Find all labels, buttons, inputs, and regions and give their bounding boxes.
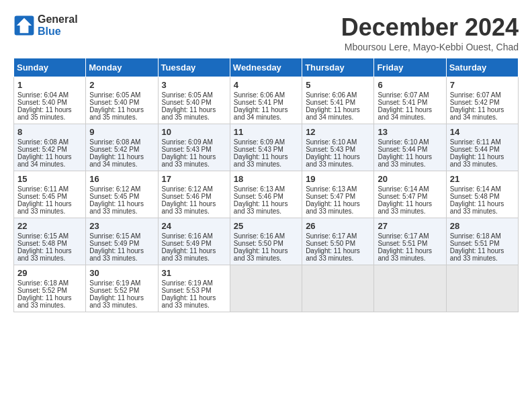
sunrise-label: Sunrise: 6:17 AM [306,232,357,240]
calendar-cell: 5 Sunrise: 6:06 AM Sunset: 5:41 PM Dayli… [302,77,374,124]
daylight-label: Daylight: 11 hours and 33 minutes. [378,200,432,215]
day-number: 31 [162,268,226,278]
day-number: 17 [162,174,226,184]
sunset-label: Sunset: 5:40 PM [17,99,67,106]
sunrise-label: Sunrise: 6:10 AM [306,138,357,146]
day-number: 19 [306,174,370,184]
month-title: December 2024 [341,13,519,42]
calendar-cell: 27 Sunrise: 6:17 AM Sunset: 5:51 PM Dayl… [374,218,446,265]
calendar-cell: 18 Sunrise: 6:13 AM Sunset: 5:46 PM Dayl… [230,171,302,218]
calendar-week-row: 29 Sunrise: 6:18 AM Sunset: 5:52 PM Dayl… [14,265,519,312]
sunset-label: Sunset: 5:52 PM [17,287,67,294]
calendar-cell: 4 Sunrise: 6:06 AM Sunset: 5:41 PM Dayli… [230,77,302,124]
calendar-cell: 28 Sunrise: 6:18 AM Sunset: 5:51 PM Dayl… [446,218,518,265]
sunrise-label: Sunrise: 6:18 AM [17,279,69,287]
daylight-label: Daylight: 11 hours and 33 minutes. [306,247,360,262]
sunrise-label: Sunrise: 6:05 AM [162,91,213,99]
day-number: 24 [162,221,226,231]
day-number: 12 [306,127,370,137]
day-number: 25 [234,221,298,231]
sunrise-label: Sunrise: 6:08 AM [89,138,140,146]
sunrise-label: Sunrise: 6:12 AM [162,185,213,193]
day-number: 27 [378,221,442,231]
calendar-cell: 25 Sunrise: 6:16 AM Sunset: 5:50 PM Dayl… [230,218,302,265]
day-number: 29 [17,268,82,278]
daylight-label: Daylight: 11 hours and 33 minutes. [234,200,288,215]
sunset-label: Sunset: 5:42 PM [450,99,500,106]
day-number: 10 [162,127,226,137]
day-number: 18 [234,174,298,184]
sunset-label: Sunset: 5:47 PM [378,193,427,200]
sunrise-label: Sunrise: 6:11 AM [17,185,69,193]
calendar-cell: 20 Sunrise: 6:14 AM Sunset: 5:47 PM Dayl… [374,171,446,218]
calendar-cell: 3 Sunrise: 6:05 AM Sunset: 5:40 PM Dayli… [158,77,230,124]
sunset-label: Sunset: 5:43 PM [234,146,283,153]
calendar-cell: 12 Sunrise: 6:10 AM Sunset: 5:43 PM Dayl… [302,124,374,171]
sunrise-label: Sunrise: 6:16 AM [234,232,285,240]
daylight-label: Daylight: 11 hours and 35 minutes. [162,106,216,121]
daylight-label: Daylight: 11 hours and 33 minutes. [450,247,504,262]
sunrise-label: Sunrise: 6:05 AM [89,91,140,99]
sunset-label: Sunset: 5:41 PM [234,99,283,106]
sunset-label: Sunset: 5:52 PM [89,287,139,294]
day-number: 22 [17,221,82,231]
title-block: December 2024 Mboursou Lere, Mayo-Kebbi … [341,13,519,52]
daylight-label: Daylight: 11 hours and 33 minutes. [89,247,144,262]
day-number: 20 [378,174,442,184]
daylight-label: Daylight: 11 hours and 34 minutes. [378,106,432,121]
sunset-label: Sunset: 5:51 PM [378,240,427,247]
daylight-label: Daylight: 11 hours and 34 minutes. [234,106,288,121]
daylight-label: Daylight: 11 hours and 33 minutes. [162,153,216,168]
sunset-label: Sunset: 5:48 PM [450,193,500,200]
sunrise-label: Sunrise: 6:09 AM [162,138,213,146]
daylight-label: Daylight: 11 hours and 35 minutes. [89,106,144,121]
sunset-label: Sunset: 5:46 PM [234,193,283,200]
sunset-label: Sunset: 5:41 PM [378,99,427,106]
day-number: 15 [17,174,82,184]
calendar-cell: 19 Sunrise: 6:13 AM Sunset: 5:47 PM Dayl… [302,171,374,218]
day-of-week-header: Tuesday [158,58,230,77]
daylight-label: Daylight: 11 hours and 34 minutes. [17,153,72,168]
sunset-label: Sunset: 5:43 PM [162,146,212,153]
daylight-label: Daylight: 11 hours and 33 minutes. [89,294,144,309]
calendar-cell: 14 Sunrise: 6:11 AM Sunset: 5:44 PM Dayl… [446,124,518,171]
calendar-cell [302,265,374,312]
sunset-label: Sunset: 5:51 PM [450,240,500,247]
calendar-cell: 22 Sunrise: 6:15 AM Sunset: 5:48 PM Dayl… [14,218,86,265]
sunrise-label: Sunrise: 6:13 AM [234,185,285,193]
daylight-label: Daylight: 11 hours and 34 minutes. [450,106,504,121]
sunrise-label: Sunrise: 6:17 AM [378,232,429,240]
sunset-label: Sunset: 5:49 PM [89,240,139,247]
calendar-cell: 31 Sunrise: 6:19 AM Sunset: 5:53 PM Dayl… [158,265,230,312]
calendar-cell: 30 Sunrise: 6:19 AM Sunset: 5:52 PM Dayl… [86,265,158,312]
day-number: 8 [17,127,82,137]
sunrise-label: Sunrise: 6:12 AM [89,185,140,193]
sunrise-label: Sunrise: 6:16 AM [162,232,213,240]
sunrise-label: Sunrise: 6:07 AM [378,91,429,99]
daylight-label: Daylight: 11 hours and 33 minutes. [234,247,288,262]
logo: General Blue [13,13,78,38]
day-of-week-header: Friday [374,58,446,77]
day-number: 30 [89,268,154,278]
calendar-cell: 21 Sunrise: 6:14 AM Sunset: 5:48 PM Dayl… [446,171,518,218]
day-number: 2 [89,80,154,90]
sunrise-label: Sunrise: 6:18 AM [450,232,501,240]
daylight-label: Daylight: 11 hours and 33 minutes. [234,153,288,168]
day-number: 23 [89,221,154,231]
calendar-cell: 29 Sunrise: 6:18 AM Sunset: 5:52 PM Dayl… [14,265,86,312]
sunrise-label: Sunrise: 6:06 AM [234,91,285,99]
calendar-table: SundayMondayTuesdayWednesdayThursdayFrid… [13,58,519,312]
sunset-label: Sunset: 5:42 PM [89,146,139,153]
day-number: 14 [450,127,515,137]
sunrise-label: Sunrise: 6:10 AM [378,138,429,146]
daylight-label: Daylight: 11 hours and 34 minutes. [89,153,144,168]
calendar-cell: 1 Sunrise: 6:04 AM Sunset: 5:40 PM Dayli… [14,77,86,124]
sunrise-label: Sunrise: 6:06 AM [306,91,357,99]
sunset-label: Sunset: 5:41 PM [306,99,355,106]
calendar-cell: 2 Sunrise: 6:05 AM Sunset: 5:40 PM Dayli… [86,77,158,124]
daylight-label: Daylight: 11 hours and 33 minutes. [378,247,432,262]
day-number: 6 [378,80,442,90]
sunset-label: Sunset: 5:40 PM [89,99,139,106]
day-of-week-header: Thursday [302,58,374,77]
day-number: 13 [378,127,442,137]
